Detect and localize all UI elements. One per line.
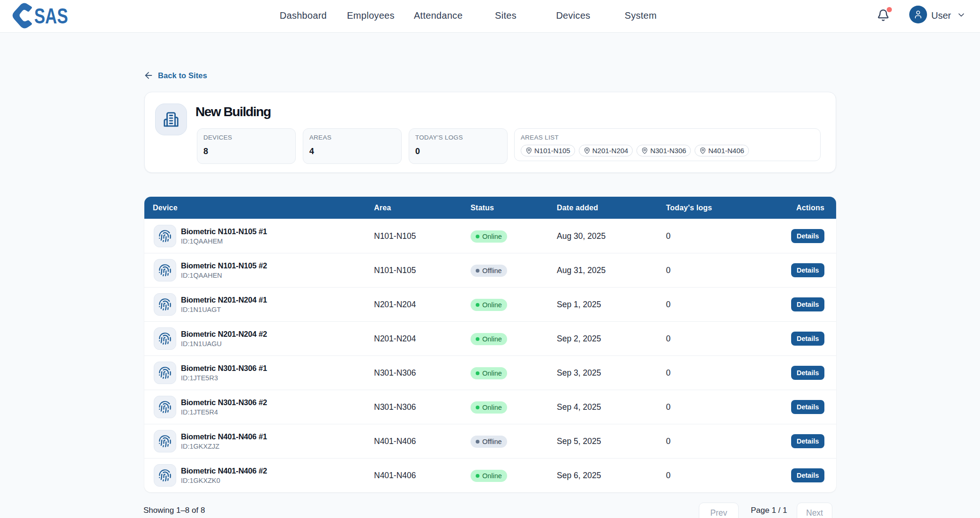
svg-text:SAS: SAS: [34, 4, 68, 28]
